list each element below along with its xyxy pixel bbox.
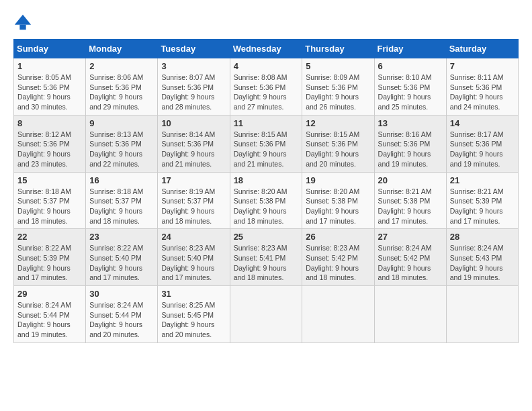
- calendar-cell: 23 Sunrise: 8:22 AMSunset: 5:40 PMDaylig…: [86, 229, 158, 286]
- day-number: 5: [306, 61, 370, 71]
- day-detail: Sunrise: 8:07 AMSunset: 5:36 PMDaylight:…: [161, 73, 215, 111]
- calendar-cell: 28 Sunrise: 8:24 AMSunset: 5:43 PMDaylig…: [446, 229, 518, 286]
- day-number: 27: [378, 232, 443, 242]
- day-number: 10: [161, 118, 226, 128]
- calendar-table: SundayMondayTuesdayWednesdayThursdayFrid…: [13, 39, 519, 343]
- calendar-cell: [302, 286, 374, 343]
- day-detail: Sunrise: 8:24 AMSunset: 5:43 PMDaylight:…: [450, 244, 504, 281]
- calendar-cell: 12 Sunrise: 8:15 AMSunset: 5:36 PMDaylig…: [302, 115, 374, 172]
- day-number: 18: [234, 175, 299, 185]
- day-number: 29: [17, 289, 82, 299]
- day-detail: Sunrise: 8:19 AMSunset: 5:37 PMDaylight:…: [161, 187, 215, 225]
- day-detail: Sunrise: 8:15 AMSunset: 5:36 PMDaylight:…: [234, 130, 287, 168]
- day-detail: Sunrise: 8:22 AMSunset: 5:40 PMDaylight:…: [89, 244, 143, 281]
- calendar-cell: 18 Sunrise: 8:20 AMSunset: 5:38 PMDaylig…: [230, 172, 302, 229]
- calendar-cell: [230, 286, 302, 343]
- day-number: 11: [234, 118, 299, 128]
- svg-marker-0: [15, 15, 31, 25]
- calendar-cell: 30 Sunrise: 8:24 AMSunset: 5:44 PMDaylig…: [86, 286, 158, 343]
- calendar-week-row: 22 Sunrise: 8:22 AMSunset: 5:39 PMDaylig…: [14, 229, 519, 286]
- day-detail: Sunrise: 8:24 AMSunset: 5:42 PMDaylight:…: [378, 244, 432, 281]
- page-header: [13, 13, 519, 32]
- day-number: 1: [17, 61, 82, 71]
- day-number: 6: [378, 61, 443, 71]
- day-detail: Sunrise: 8:14 AMSunset: 5:36 PMDaylight:…: [161, 130, 215, 168]
- calendar-cell: 27 Sunrise: 8:24 AMSunset: 5:42 PMDaylig…: [374, 229, 446, 286]
- header-sunday: Sunday: [14, 40, 86, 58]
- day-detail: Sunrise: 8:24 AMSunset: 5:44 PMDaylight:…: [89, 301, 143, 338]
- calendar-cell: 20 Sunrise: 8:21 AMSunset: 5:38 PMDaylig…: [374, 172, 446, 229]
- calendar-cell: 13 Sunrise: 8:16 AMSunset: 5:36 PMDaylig…: [374, 115, 446, 172]
- header-friday: Friday: [374, 40, 446, 58]
- logo-icon: [13, 13, 32, 32]
- day-detail: Sunrise: 8:15 AMSunset: 5:36 PMDaylight:…: [306, 130, 359, 168]
- header-monday: Monday: [86, 40, 158, 58]
- calendar-cell: 22 Sunrise: 8:22 AMSunset: 5:39 PMDaylig…: [14, 229, 86, 286]
- day-number: 25: [234, 232, 299, 242]
- day-detail: Sunrise: 8:23 AMSunset: 5:42 PMDaylight:…: [306, 244, 359, 281]
- calendar-cell: 21 Sunrise: 8:21 AMSunset: 5:39 PMDaylig…: [446, 172, 518, 229]
- day-detail: Sunrise: 8:23 AMSunset: 5:40 PMDaylight:…: [161, 244, 215, 281]
- day-number: 23: [89, 232, 154, 242]
- day-detail: Sunrise: 8:24 AMSunset: 5:44 PMDaylight:…: [17, 301, 71, 338]
- day-number: 13: [378, 118, 443, 128]
- calendar-header-row: SundayMondayTuesdayWednesdayThursdayFrid…: [14, 40, 519, 58]
- day-detail: Sunrise: 8:21 AMSunset: 5:38 PMDaylight:…: [378, 187, 432, 225]
- day-number: 30: [89, 289, 154, 299]
- calendar-cell: 9 Sunrise: 8:13 AMSunset: 5:36 PMDayligh…: [86, 115, 158, 172]
- day-number: 24: [161, 232, 226, 242]
- day-detail: Sunrise: 8:21 AMSunset: 5:39 PMDaylight:…: [450, 187, 504, 225]
- calendar-cell: 25 Sunrise: 8:23 AMSunset: 5:41 PMDaylig…: [230, 229, 302, 286]
- day-number: 21: [450, 175, 515, 185]
- day-number: 7: [450, 61, 515, 71]
- calendar-cell: 4 Sunrise: 8:08 AMSunset: 5:36 PMDayligh…: [230, 58, 302, 116]
- calendar-week-row: 29 Sunrise: 8:24 AMSunset: 5:44 PMDaylig…: [14, 286, 519, 343]
- day-number: 12: [306, 118, 370, 128]
- calendar-cell: 17 Sunrise: 8:19 AMSunset: 5:37 PMDaylig…: [158, 172, 230, 229]
- calendar-cell: 14 Sunrise: 8:17 AMSunset: 5:36 PMDaylig…: [446, 115, 518, 172]
- day-detail: Sunrise: 8:11 AMSunset: 5:36 PMDaylight:…: [450, 73, 504, 111]
- calendar-cell: 11 Sunrise: 8:15 AMSunset: 5:36 PMDaylig…: [230, 115, 302, 172]
- day-number: 28: [450, 232, 515, 242]
- day-detail: Sunrise: 8:18 AMSunset: 5:37 PMDaylight:…: [89, 187, 143, 225]
- day-number: 4: [234, 61, 299, 71]
- calendar-cell: 31 Sunrise: 8:25 AMSunset: 5:45 PMDaylig…: [158, 286, 230, 343]
- calendar-cell: 2 Sunrise: 8:06 AMSunset: 5:36 PMDayligh…: [86, 58, 158, 116]
- day-detail: Sunrise: 8:08 AMSunset: 5:36 PMDaylight:…: [234, 73, 287, 111]
- calendar-cell: 3 Sunrise: 8:07 AMSunset: 5:36 PMDayligh…: [158, 58, 230, 116]
- svg-rect-1: [19, 25, 26, 30]
- calendar-week-row: 1 Sunrise: 8:05 AMSunset: 5:36 PMDayligh…: [14, 58, 519, 116]
- day-detail: Sunrise: 8:23 AMSunset: 5:41 PMDaylight:…: [234, 244, 287, 281]
- calendar-cell: 7 Sunrise: 8:11 AMSunset: 5:36 PMDayligh…: [446, 58, 518, 116]
- calendar-cell: 1 Sunrise: 8:05 AMSunset: 5:36 PMDayligh…: [14, 58, 86, 116]
- calendar-cell: 26 Sunrise: 8:23 AMSunset: 5:42 PMDaylig…: [302, 229, 374, 286]
- calendar-cell: [374, 286, 446, 343]
- day-number: 16: [89, 175, 154, 185]
- logo: [13, 13, 35, 32]
- day-detail: Sunrise: 8:06 AMSunset: 5:36 PMDaylight:…: [89, 73, 143, 111]
- day-number: 31: [161, 289, 226, 299]
- day-detail: Sunrise: 8:13 AMSunset: 5:36 PMDaylight:…: [89, 130, 143, 168]
- day-detail: Sunrise: 8:16 AMSunset: 5:36 PMDaylight:…: [378, 130, 432, 168]
- day-number: 3: [161, 61, 226, 71]
- calendar-cell: 19 Sunrise: 8:20 AMSunset: 5:38 PMDaylig…: [302, 172, 374, 229]
- day-detail: Sunrise: 8:20 AMSunset: 5:38 PMDaylight:…: [306, 187, 359, 225]
- day-detail: Sunrise: 8:22 AMSunset: 5:39 PMDaylight:…: [17, 244, 71, 281]
- day-detail: Sunrise: 8:20 AMSunset: 5:38 PMDaylight:…: [234, 187, 287, 225]
- day-number: 2: [89, 61, 154, 71]
- day-number: 17: [161, 175, 226, 185]
- day-number: 14: [450, 118, 515, 128]
- day-detail: Sunrise: 8:05 AMSunset: 5:36 PMDaylight:…: [17, 73, 71, 111]
- day-number: 20: [378, 175, 443, 185]
- calendar-cell: 8 Sunrise: 8:12 AMSunset: 5:36 PMDayligh…: [14, 115, 86, 172]
- header-saturday: Saturday: [446, 40, 518, 58]
- calendar-cell: 6 Sunrise: 8:10 AMSunset: 5:36 PMDayligh…: [374, 58, 446, 116]
- day-number: 8: [17, 118, 82, 128]
- calendar-week-row: 15 Sunrise: 8:18 AMSunset: 5:37 PMDaylig…: [14, 172, 519, 229]
- day-number: 22: [17, 232, 82, 242]
- day-detail: Sunrise: 8:12 AMSunset: 5:36 PMDaylight:…: [17, 130, 71, 168]
- calendar-cell: 5 Sunrise: 8:09 AMSunset: 5:36 PMDayligh…: [302, 58, 374, 116]
- day-detail: Sunrise: 8:18 AMSunset: 5:37 PMDaylight:…: [17, 187, 71, 225]
- day-number: 19: [306, 175, 370, 185]
- day-detail: Sunrise: 8:25 AMSunset: 5:45 PMDaylight:…: [161, 301, 215, 338]
